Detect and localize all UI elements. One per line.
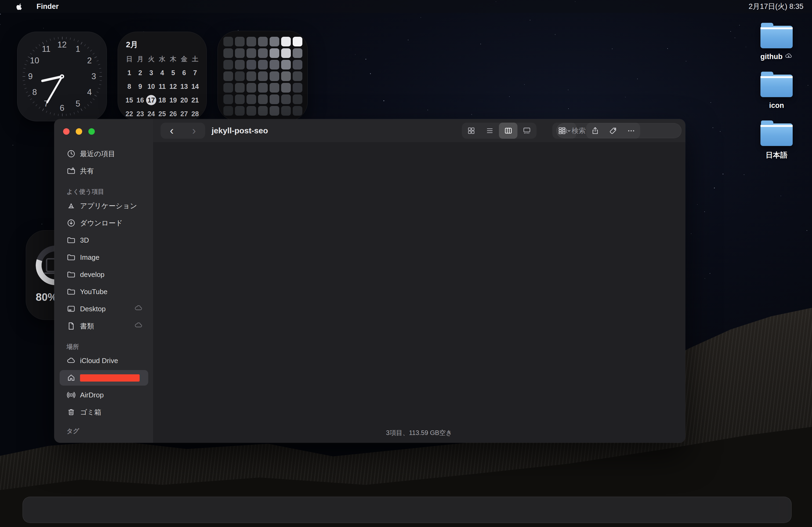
- grid-cell: [270, 106, 279, 116]
- view-columns-button[interactable]: [499, 123, 518, 139]
- calendar-day[interactable]: 13: [178, 81, 190, 91]
- search-icon: [562, 127, 568, 134]
- calendar-day[interactable]: 3: [146, 67, 157, 78]
- folder-icon: [760, 123, 793, 146]
- clock-number: 10: [29, 55, 40, 66]
- clock-number: 12: [57, 40, 68, 50]
- sidebar-item-書類[interactable]: 書類: [60, 318, 148, 334]
- desktop-folder-3[interactable]: 日本語: [752, 123, 801, 160]
- back-button[interactable]: ‹: [170, 124, 174, 137]
- calendar-day[interactable]: 19: [168, 95, 178, 105]
- sidebar-item-iCloud Drive[interactable]: iCloud Drive: [60, 353, 148, 368]
- calendar-day[interactable]: 12: [168, 81, 178, 91]
- cloud-icon: [67, 356, 76, 365]
- grid-cell: [270, 94, 279, 104]
- sidebar-item-label: ゴミ箱: [80, 408, 101, 417]
- column-1: [153, 142, 339, 423]
- calendar-day[interactable]: 17: [146, 95, 157, 105]
- clock-tick: [39, 44, 40, 46]
- calendar-day[interactable]: 18: [157, 95, 168, 105]
- calendar-day[interactable]: 11: [157, 81, 168, 91]
- clock-tick: [90, 50, 92, 51]
- clock-center-cap: [60, 74, 64, 79]
- calendar-day[interactable]: 26: [168, 109, 178, 119]
- sidebar-item-ダウンロード[interactable]: ダウンロード: [60, 215, 148, 231]
- star: [355, 54, 356, 55]
- star: [714, 187, 715, 189]
- clock-tick: [23, 84, 26, 85]
- calendar-day[interactable]: 8: [124, 81, 135, 91]
- star: [471, 114, 472, 115]
- calendar-day[interactable]: 10: [146, 81, 157, 91]
- minimize-button[interactable]: [76, 128, 82, 135]
- sidebar-item-Desktop[interactable]: Desktop: [60, 301, 148, 317]
- calendar-day[interactable]: 1: [124, 67, 135, 78]
- sidebar-item-AirDrop[interactable]: AirDrop: [60, 387, 148, 403]
- grid-cell: [293, 83, 302, 93]
- desktop-folder-label: icon: [752, 102, 801, 110]
- clock-tick: [35, 104, 37, 106]
- calendar-day[interactable]: 15: [124, 95, 135, 105]
- sidebar-item-home[interactable]: [60, 370, 148, 386]
- view-grid-button[interactable]: [462, 123, 480, 139]
- clock-tick: [90, 102, 92, 103]
- calendar-day[interactable]: 22: [124, 109, 135, 119]
- clock-tick: [39, 107, 40, 109]
- forward-button[interactable]: ›: [192, 124, 196, 137]
- calendar-day[interactable]: 25: [157, 109, 168, 119]
- calendar-weekday: 土: [190, 54, 201, 64]
- sidebar-item-Image[interactable]: Image: [60, 250, 148, 265]
- calendar-day[interactable]: 2: [135, 67, 146, 78]
- finder-window: 最近の項目共有よく使う項目アプリケーションダウンロード3DImagedevelo…: [54, 119, 685, 443]
- menu-app-name[interactable]: Finder: [30, 0, 65, 13]
- sidebar-item-3D[interactable]: 3D: [60, 232, 148, 248]
- calendar-day[interactable]: 24: [146, 109, 157, 119]
- clock-number: 6: [57, 103, 68, 114]
- contribution-grid-widget[interactable]: [218, 31, 308, 121]
- clock-number: 1: [73, 44, 83, 55]
- calendar-day[interactable]: 28: [190, 109, 201, 119]
- sidebar-item-最近の項目[interactable]: 最近の項目: [60, 146, 148, 162]
- view-gallery-button[interactable]: [518, 123, 536, 139]
- nav-buttons: ‹ ›: [161, 123, 205, 139]
- calendar-day[interactable]: 27: [178, 109, 190, 119]
- calendar-day[interactable]: 7: [190, 67, 201, 78]
- sidebar-item-共有[interactable]: 共有: [60, 163, 148, 179]
- calendar-widget[interactable]: 2月 日月火水木金土123456789101112131415161718192…: [118, 32, 207, 121]
- desktop-folder-1[interactable]: github: [752, 26, 801, 61]
- menu-bar-clock[interactable]: 2月17日(火) 8:35: [746, 2, 806, 11]
- calendar-day[interactable]: 23: [135, 109, 146, 119]
- star: [697, 204, 698, 205]
- sidebar-item-アプリケーション[interactable]: アプリケーション: [60, 198, 148, 214]
- sidebar-section-場所: 場所: [67, 343, 79, 351]
- icloud-status-icon: [785, 52, 793, 61]
- star: [735, 37, 735, 38]
- star: [555, 34, 555, 35]
- view-list-button[interactable]: [480, 123, 499, 139]
- calendar-day[interactable]: 9: [135, 81, 146, 91]
- icloud-icon: [134, 321, 143, 331]
- calendar-weekday: 木: [168, 54, 178, 64]
- calendar-day[interactable]: 20: [178, 95, 190, 105]
- sidebar-item-label: アプリケーション: [80, 201, 137, 211]
- clock-tick: [25, 88, 27, 89]
- calendar-day[interactable]: 5: [168, 67, 178, 78]
- calendar-day[interactable]: 14: [190, 81, 201, 91]
- zoom-button[interactable]: [88, 128, 95, 135]
- sidebar-item-develop[interactable]: develop: [60, 267, 148, 282]
- grid-cell: [270, 48, 279, 58]
- star: [509, 96, 510, 97]
- close-button[interactable]: [63, 128, 70, 135]
- trash-icon: [67, 408, 76, 417]
- calendar-day[interactable]: 21: [190, 95, 201, 105]
- search-field[interactable]: 検索: [556, 123, 682, 138]
- sidebar-item-ゴミ箱[interactable]: ゴミ箱: [60, 404, 148, 420]
- calendar-day[interactable]: 4: [157, 67, 168, 78]
- desktop-folder-2[interactable]: icon: [752, 75, 801, 110]
- apple-menu-icon[interactable]: [9, 0, 30, 13]
- sidebar-item-YouTube[interactable]: YouTube: [60, 284, 148, 299]
- calendar-day[interactable]: 6: [178, 67, 190, 78]
- folder-icon: [67, 236, 76, 245]
- clock-widget[interactable]: 121234567891011: [17, 32, 107, 121]
- calendar-day[interactable]: 16: [135, 95, 146, 105]
